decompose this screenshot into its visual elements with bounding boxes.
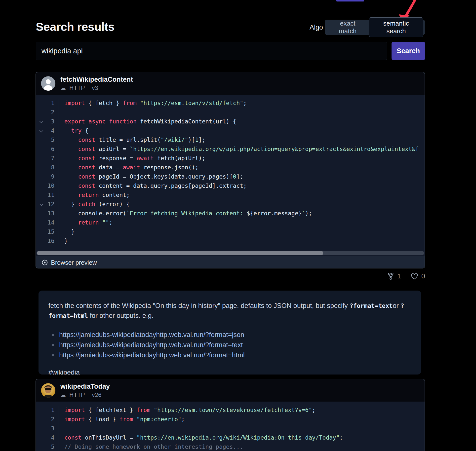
code-line: 3 <box>36 424 425 433</box>
search-input[interactable] <box>36 42 387 60</box>
line-number: 10 <box>47 183 54 189</box>
avatar[interactable] <box>41 383 55 398</box>
readme-link-item: https://jamiedubs-wikipediatodayhttp.web… <box>48 350 411 360</box>
line-number: 11 <box>47 192 54 198</box>
line-number: 5 <box>51 137 54 143</box>
card-header: fetchWikipediaContent ☁ HTTP v3 <box>36 72 425 95</box>
code-line: 3export async function fetchWikipediaCon… <box>36 117 425 126</box>
bullet-icon <box>52 334 54 336</box>
line-number: 4 <box>51 434 54 441</box>
readme-link[interactable]: https://jamiedubs-wikipediatodayhttp.web… <box>59 341 243 349</box>
person-avatar-icon <box>41 76 55 91</box>
algo-option-exact-match[interactable]: exact match <box>326 18 369 37</box>
line-number: 5 <box>51 444 54 450</box>
user-photo-avatar <box>41 383 55 398</box>
code-line: 2import { load } from "npm:cheerio"; <box>36 415 425 424</box>
result-card-wikipediatoday: wikipediaToday ☁ HTTP v26 1import { fetc… <box>36 379 425 451</box>
code-line: 1import { fetch } from "https://esm.town… <box>36 99 425 108</box>
code-line: 9 const pageId = Object.keys(data.query.… <box>36 172 425 181</box>
code-editor: 1import { fetchText } from "https://esm.… <box>36 402 425 451</box>
avatar[interactable] <box>41 76 55 91</box>
code-line: 14 return ""; <box>36 218 425 227</box>
line-number: 2 <box>51 416 54 422</box>
scrollbar-thumb[interactable] <box>37 251 323 255</box>
val-stats-row: 1 0 <box>36 272 425 281</box>
line-number: 4 <box>51 127 54 134</box>
like-count: 0 <box>421 272 425 280</box>
code-line: 5// Doing some homework on other interes… <box>36 442 425 451</box>
readme-link[interactable]: https://jamiedubs-wikipediatodayhttp.web… <box>59 351 245 359</box>
runtime-label: HTTP <box>69 84 85 91</box>
heart-icon <box>410 272 418 280</box>
readme-link-item: https://jamiedubs-wikipediatodayhttp.web… <box>48 330 411 340</box>
code-line: 4const onThisDayUrl = "https://en.wikipe… <box>36 433 425 442</box>
line-number: 14 <box>47 219 54 226</box>
version-label: v26 <box>92 391 102 398</box>
line-number: 7 <box>51 155 54 161</box>
readme-box: fetch the contents of the Wikipedia "On … <box>39 291 421 375</box>
readme-link-list: https://jamiedubs-wikipediatodayhttp.web… <box>48 330 411 360</box>
algo-option-semantic-search[interactable]: semantic search <box>369 17 423 37</box>
code-line: 16} <box>36 236 425 246</box>
fold-chevron-icon[interactable] <box>40 129 43 133</box>
line-number: 6 <box>51 146 54 152</box>
page: Search results Algo exact match semantic… <box>0 0 476 451</box>
val-title[interactable]: fetchWikipediaContent <box>60 76 133 83</box>
fork-count: 1 <box>397 272 401 280</box>
card-header: wikipediaToday ☁ HTTP v26 <box>36 379 425 402</box>
runtime-label: HTTP <box>69 391 85 398</box>
code-line: 1import { fetchText } from "https://esm.… <box>36 406 425 415</box>
page-title: Search results <box>36 20 115 34</box>
line-number: 3 <box>51 118 54 125</box>
http-cloud-icon: ☁ <box>60 392 66 398</box>
line-number: 15 <box>47 228 54 235</box>
val-title[interactable]: wikipediaToday <box>60 383 110 390</box>
line-number: 8 <box>51 164 54 171</box>
browser-preview-label: Browser preview <box>51 259 97 266</box>
fork-icon <box>387 272 394 280</box>
readme-paragraph: fetch the contents of the Wikipedia "On … <box>48 301 411 321</box>
algo-label: Algo <box>310 24 323 31</box>
line-number: 1 <box>51 407 54 413</box>
line-number: 16 <box>47 238 54 244</box>
result-card-fetchwikipediacontent: fetchWikipediaContent ☁ HTTP v3 1import … <box>36 72 425 268</box>
readme-link[interactable]: https://jamiedubs-wikipediatodayhttp.web… <box>59 331 244 339</box>
code-line: 7 const response = await fetch(apiUrl); <box>36 154 425 163</box>
code-line: 5 const title = url.split("/wiki/")[1]; <box>36 135 425 145</box>
code-line: 2 <box>36 108 425 117</box>
code-line: 6 const apiUrl = `https://en.wikipedia.o… <box>36 145 425 154</box>
line-number: 3 <box>51 425 54 432</box>
bullet-icon <box>52 344 54 346</box>
code-line: 8 const data = await response.json(); <box>36 163 425 172</box>
search-button[interactable]: Search <box>392 42 425 60</box>
readme-link-item: https://jamiedubs-wikipediatodayhttp.web… <box>48 340 411 350</box>
bullet-icon <box>52 354 54 356</box>
http-cloud-icon: ☁ <box>60 85 66 91</box>
code-line: 11 return content; <box>36 190 425 200</box>
fold-chevron-icon[interactable] <box>40 202 43 206</box>
version-label: v3 <box>92 84 98 91</box>
code-line: 13 console.error(`Error fetching Wikiped… <box>36 209 425 218</box>
algo-toggle: exact match semantic search <box>325 20 425 35</box>
line-number: 12 <box>47 201 54 207</box>
code-line: 4 try { <box>36 126 425 135</box>
code-line: 12 } catch (error) { <box>36 200 425 209</box>
code-line: 10 const content = data.query.pages[page… <box>36 181 425 190</box>
line-number: 1 <box>51 100 54 106</box>
code-editor: 1import { fetch } from "https://esm.town… <box>36 95 425 250</box>
horizontal-scrollbar <box>36 250 425 256</box>
code-line: 15 } <box>36 227 425 236</box>
hashtag[interactable]: #wikipedia <box>48 369 411 375</box>
line-number: 13 <box>47 210 54 217</box>
eye-icon <box>41 259 48 266</box>
top-nav-button-fragment[interactable] <box>336 0 364 1</box>
browser-preview-toggle[interactable]: Browser preview <box>36 256 425 268</box>
fold-chevron-icon[interactable] <box>40 119 43 123</box>
line-number: 2 <box>51 109 54 115</box>
line-number: 9 <box>51 173 54 180</box>
